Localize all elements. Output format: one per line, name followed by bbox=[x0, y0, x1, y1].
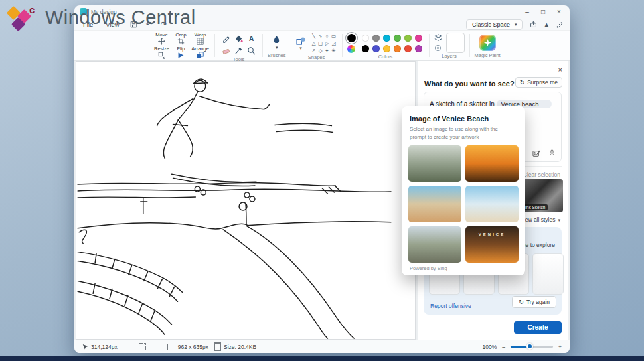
close-button[interactable]: × bbox=[551, 6, 567, 17]
venice-boardwalk-buildings[interactable] bbox=[408, 186, 461, 222]
color-swatch[interactable] bbox=[415, 35, 422, 42]
add-image-icon[interactable] bbox=[532, 150, 540, 157]
chevron-down-icon[interactable]: ▾ bbox=[299, 46, 302, 50]
venice-lifeguard-tower[interactable] bbox=[465, 186, 519, 222]
copilot-target-icon[interactable] bbox=[434, 44, 442, 52]
shape-glyph[interactable]: ○ bbox=[325, 34, 329, 39]
color-swatch[interactable] bbox=[404, 35, 412, 42]
layer-thumbnail[interactable] bbox=[446, 33, 465, 53]
shape-glyph[interactable]: ✦ bbox=[325, 48, 329, 54]
venice-sign-sunset[interactable]: VENICE bbox=[465, 226, 519, 263]
shape-glyph[interactable]: ◿ bbox=[332, 41, 336, 46]
menu-view[interactable]: View bbox=[104, 20, 121, 29]
report-offensive-link[interactable]: Report offensive bbox=[430, 303, 471, 309]
flip-tool[interactable]: Flip bbox=[171, 46, 191, 60]
minimize-button[interactable]: – bbox=[519, 6, 535, 17]
shape-glyph[interactable]: ▢ bbox=[318, 41, 323, 46]
magic-paint-button[interactable] bbox=[479, 35, 496, 51]
file-size: Size: 20.4KB bbox=[224, 344, 256, 350]
brushes-group: ▾ Brushes bbox=[263, 31, 291, 60]
pen-settings-icon[interactable] bbox=[556, 21, 563, 28]
chevron-down-icon: ▾ bbox=[558, 218, 560, 222]
clear-selection-link[interactable]: Clear selection bbox=[523, 171, 560, 178]
color-swatch[interactable] bbox=[362, 35, 369, 42]
save-icon[interactable] bbox=[130, 21, 137, 28]
pencil-icon bbox=[224, 36, 229, 42]
zoom-slider[interactable] bbox=[511, 346, 553, 348]
style-preset-dropdown[interactable]: Classic Space ▾ bbox=[466, 19, 523, 30]
zoom-in-button[interactable]: + bbox=[558, 344, 562, 350]
brush-tool[interactable]: ▾ bbox=[272, 35, 281, 50]
menu-file[interactable]: File bbox=[81, 20, 95, 29]
shape-glyph[interactable]: ◇ bbox=[319, 48, 323, 54]
microphone-icon[interactable] bbox=[548, 149, 556, 157]
color-swatch[interactable] bbox=[383, 45, 390, 52]
shape-glyph[interactable]: ↗ bbox=[311, 48, 315, 54]
view-all-styles-link[interactable]: View all styles ▾ bbox=[520, 216, 560, 223]
selection-size-icon bbox=[139, 343, 146, 350]
color-wheel-icon[interactable] bbox=[347, 45, 355, 53]
chip-more-icon[interactable]: … bbox=[540, 100, 547, 108]
color-swatch[interactable] bbox=[362, 45, 369, 52]
undo-icon[interactable]: ↶ bbox=[146, 21, 152, 28]
shape-glyph[interactable]: ✳ bbox=[331, 48, 335, 54]
color-swatch[interactable] bbox=[394, 45, 401, 52]
warp-tool[interactable]: Warp bbox=[191, 33, 210, 46]
redo-icon[interactable]: ↷ bbox=[161, 21, 167, 28]
cocreator-title: What do you want to see? bbox=[424, 80, 515, 88]
shape-glyph[interactable]: ▭ bbox=[331, 34, 336, 39]
color-swatch[interactable] bbox=[404, 45, 412, 52]
shapes-group: ▾ ╲∿○▭△▢▷◿↗◇✦✳ Shapes bbox=[291, 31, 342, 60]
create-button[interactable]: Create bbox=[514, 321, 562, 334]
zoom-slider-thumb[interactable] bbox=[526, 343, 533, 350]
collapse-ribbon-icon[interactable]: ▴ bbox=[544, 21, 548, 28]
arrange-tool[interactable]: Arrange bbox=[191, 46, 210, 60]
color-swatch[interactable] bbox=[383, 35, 390, 42]
shape-glyph[interactable]: △ bbox=[312, 41, 316, 46]
venice-sunset-skatepark[interactable] bbox=[465, 145, 519, 182]
file-size-icon bbox=[214, 342, 221, 351]
pencil-tool[interactable] bbox=[222, 35, 230, 43]
cursor-position: 314,124px bbox=[91, 344, 118, 350]
color-swatch[interactable] bbox=[394, 35, 401, 42]
venice-image-grid: VENICE bbox=[408, 145, 519, 263]
selected-color-swatch[interactable] bbox=[347, 34, 356, 42]
zoom-out-button[interactable]: – bbox=[502, 344, 505, 350]
fill-tool[interactable] bbox=[234, 35, 243, 43]
color-swatch[interactable] bbox=[372, 35, 380, 42]
try-again-button[interactable]: ↻ Try again bbox=[512, 296, 556, 308]
flip-icon bbox=[179, 53, 184, 58]
popup-subtitle: Select an image to use along with the pr… bbox=[402, 125, 525, 141]
result-sketch-4[interactable] bbox=[532, 253, 564, 295]
window-title: My design bbox=[91, 9, 117, 15]
color-swatch[interactable] bbox=[372, 45, 380, 52]
magnifier-tool[interactable] bbox=[247, 46, 256, 55]
shape-glyph[interactable]: ╲ bbox=[312, 34, 315, 39]
surprise-me-button[interactable]: ↻ Surprise me bbox=[515, 77, 562, 88]
eraser-tool[interactable] bbox=[222, 46, 230, 55]
chevron-down-icon[interactable]: ▾ bbox=[276, 45, 278, 50]
eyedropper-tool[interactable] bbox=[234, 46, 243, 55]
maximize-button[interactable]: □ bbox=[535, 6, 551, 17]
magic-paint-group: Magic Paint bbox=[470, 31, 505, 60]
share-icon[interactable] bbox=[530, 21, 537, 28]
move-tool[interactable]: Move bbox=[152, 33, 171, 46]
zoom-level: 100% bbox=[483, 344, 497, 350]
shape-picker[interactable]: ▾ bbox=[296, 36, 306, 50]
text-tool[interactable]: A bbox=[249, 35, 254, 42]
close-icon[interactable]: × bbox=[558, 66, 562, 74]
color-swatch[interactable] bbox=[415, 45, 422, 52]
shape-glyph[interactable]: ▷ bbox=[325, 41, 329, 46]
layers-stack-icon[interactable] bbox=[434, 34, 442, 42]
crop-tool[interactable]: Crop bbox=[171, 33, 191, 46]
venice-palm-trees-hazy[interactable] bbox=[408, 226, 461, 263]
sparkle-icon bbox=[484, 38, 491, 46]
brushes-group-label: Brushes bbox=[268, 52, 286, 60]
drawing-canvas[interactable] bbox=[76, 61, 416, 340]
venice-beach-path-palms[interactable] bbox=[408, 145, 461, 182]
style-thumbnail-ink-sketch[interactable]: Ink Sketch bbox=[521, 179, 563, 212]
powered-by-bing: Powered by Bing bbox=[402, 261, 525, 275]
shape-glyph[interactable]: ∿ bbox=[318, 34, 322, 39]
resize-tool[interactable]: Resize bbox=[152, 46, 171, 60]
bottom-accent-strip bbox=[0, 356, 644, 361]
